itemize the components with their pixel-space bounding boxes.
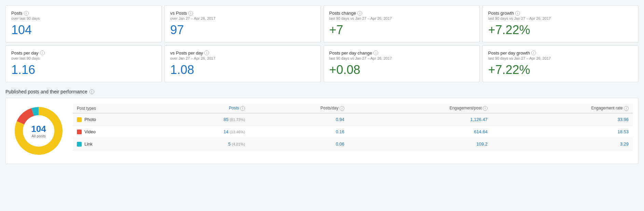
stat-info-icon-posts_growth[interactable]: i <box>515 11 520 16</box>
stat-card-vs_posts: vs Posts i over Jan 27 – Apr 26, 2017 97 <box>164 5 320 43</box>
posts-count: 5 <box>228 141 231 147</box>
td-type-video: Video <box>73 126 157 138</box>
stat-value-posts_per_day_growth: +7.22% <box>488 63 633 77</box>
stat-subtitle-posts_per_day_growth: last 90 days vs Jan 27 – Apr 26, 2017 <box>488 56 633 60</box>
stat-title-text: Posts growth <box>488 11 514 16</box>
stat-title-text: vs Posts per day <box>170 50 203 56</box>
stat-info-icon-posts_per_day_growth[interactable]: i <box>531 50 536 55</box>
stat-card-posts_growth: Posts growth i last 90 days vs Jan 27 – … <box>482 5 639 43</box>
td-epp-video: 614.64 <box>348 126 492 138</box>
posts-count: 85 <box>223 117 228 122</box>
type-label: Photo <box>84 117 96 122</box>
th-posts-info[interactable]: i <box>240 106 245 111</box>
td-ppd-photo: 0.94 <box>249 113 348 126</box>
stat-title-posts: Posts i <box>11 11 156 16</box>
svg-rect-2 <box>77 130 82 134</box>
stat-title-text: Posts change <box>329 11 356 16</box>
performance-table: Post typesPosts iPosts/day iEngagement/p… <box>73 104 633 150</box>
dashboard: Posts i over last 90 days 104 vs Posts i… <box>0 0 644 169</box>
stat-info-icon-posts_change[interactable]: i <box>357 11 362 16</box>
td-er-photo: 33.96 <box>492 113 633 126</box>
donut-label: All posts <box>31 134 46 138</box>
section-title-text: Published posts and their performance <box>5 89 87 94</box>
stat-card-posts: Posts i over last 90 days 104 <box>5 5 162 43</box>
stat-value-posts_per_day: 1.16 <box>11 63 156 77</box>
type-icon-link <box>77 142 82 147</box>
stat-title-posts_change: Posts change i <box>329 11 474 16</box>
stats-row-1: Posts i over last 90 days 104 vs Posts i… <box>5 5 639 43</box>
posts-pct: (13.46%) <box>230 130 245 134</box>
td-type-photo: Photo <box>73 113 157 126</box>
donut-total: 104 <box>31 124 46 134</box>
stat-subtitle-posts_growth: last 90 days vs Jan 27 – Apr 26, 2017 <box>488 16 633 20</box>
donut-segment-video <box>20 112 33 123</box>
stat-card-posts_change: Posts change i last 90 days vs Jan 27 – … <box>324 5 480 43</box>
stat-card-vs_posts_per_day: vs Posts per day i over Jan 27 – Apr 26,… <box>164 45 320 82</box>
th-col2-info[interactable]: i <box>340 106 344 111</box>
td-type-link: Link <box>73 138 157 150</box>
stat-title-text: vs Posts <box>170 11 187 16</box>
stat-value-posts_change: +7 <box>329 23 474 37</box>
donut-center: 104 All posts <box>31 124 46 138</box>
table-row: Video 14 (13.46%) 0.16 614.64 18.53 <box>73 126 633 138</box>
stat-title-vs_posts: vs Posts i <box>170 11 315 16</box>
posts-count: 14 <box>223 129 228 134</box>
stat-card-posts_per_day: Posts per day i over last 90 days 1.16 <box>5 45 162 82</box>
stat-card-posts_per_day_change: Posts per day change i last 90 days vs J… <box>324 45 480 82</box>
td-er-link: 3.29 <box>492 138 633 150</box>
table-row: Link 5 (4.81%) 0.06 109.2 3.29 <box>73 138 633 150</box>
stat-title-text: Posts per day <box>11 50 39 56</box>
stat-value-vs_posts: 97 <box>170 23 315 37</box>
stat-title-posts_per_day_growth: Posts per day growth i <box>488 50 633 56</box>
section-title: Published posts and their performance i <box>5 89 639 94</box>
stat-value-vs_posts_per_day: 1.08 <box>170 63 315 77</box>
section-info-icon[interactable]: i <box>90 89 94 94</box>
stat-subtitle-posts_per_day_change: last 90 days vs Jan 27 – Apr 26, 2017 <box>329 56 474 60</box>
stat-title-text: Posts per day change <box>329 50 372 56</box>
stat-info-icon-posts_per_day_change[interactable]: i <box>373 50 378 55</box>
td-epp-link: 109.2 <box>348 138 492 150</box>
donut-chart: 104 All posts <box>11 104 66 158</box>
type-label: Video <box>84 129 96 134</box>
stats-row-2: Posts per day i over last 90 days 1.16 v… <box>5 45 639 82</box>
stat-info-icon-posts[interactable]: i <box>24 11 29 16</box>
stat-subtitle-vs_posts_per_day: over Jan 27 – Apr 26, 2017 <box>170 56 315 60</box>
td-posts-link: 5 (4.81%) <box>157 138 249 150</box>
type-label: Link <box>84 141 93 147</box>
type-icon-video <box>77 130 82 134</box>
stat-info-icon-posts_per_day[interactable]: i <box>40 50 45 55</box>
posts-pct: (81.73%) <box>230 118 245 122</box>
stat-title-text: Posts <box>11 11 23 16</box>
stat-title-posts_per_day_change: Posts per day change i <box>329 50 474 56</box>
th-col3-info[interactable]: i <box>483 106 488 111</box>
table-body: Photo 85 (81.73%) 0.94 1,126.47 33.96 Vi… <box>73 113 633 150</box>
th-col-2: Posts/day i <box>249 104 348 113</box>
td-er-video: 18.53 <box>492 126 633 138</box>
stat-subtitle-posts_per_day: over last 90 days <box>11 56 156 60</box>
table-row: Photo 85 (81.73%) 0.94 1,126.47 33.96 <box>73 113 633 126</box>
th-col4-info[interactable]: i <box>624 106 629 111</box>
td-posts-video: 14 (13.46%) <box>157 126 249 138</box>
stat-subtitle-vs_posts: over Jan 27 – Apr 26, 2017 <box>170 16 315 20</box>
th-col-4: Engagement rate i <box>492 104 633 113</box>
donut-segment-link <box>33 111 39 112</box>
performance-card: 104 All posts Post typesPosts iPosts/day… <box>5 98 639 164</box>
table-header-row: Post typesPosts iPosts/day iEngagement/p… <box>73 104 633 113</box>
posts-pct: (4.81%) <box>232 142 245 146</box>
stat-value-posts_growth: +7.22% <box>488 23 633 37</box>
td-posts-photo: 85 (81.73%) <box>157 113 249 126</box>
th-post-types: Post types <box>73 104 157 113</box>
stat-subtitle-posts: over last 90 days <box>11 16 156 20</box>
svg-rect-3 <box>77 142 82 147</box>
stat-info-icon-vs_posts_per_day[interactable]: i <box>204 50 209 55</box>
stat-info-icon-vs_posts[interactable]: i <box>188 11 193 16</box>
td-epp-photo: 1,126.47 <box>348 113 492 126</box>
stat-card-posts_per_day_growth: Posts per day growth i last 90 days vs J… <box>482 45 639 82</box>
svg-rect-1 <box>77 117 82 122</box>
stat-title-vs_posts_per_day: vs Posts per day i <box>170 50 315 56</box>
performance-content: 104 All posts Post typesPosts iPosts/day… <box>11 104 633 158</box>
stat-value-posts: 104 <box>11 23 156 37</box>
th-posts: Posts i <box>157 104 249 113</box>
stat-value-posts_per_day_change: +0.08 <box>329 63 474 77</box>
stat-subtitle-posts_change: last 90 days vs Jan 27 – Apr 26, 2017 <box>329 16 474 20</box>
